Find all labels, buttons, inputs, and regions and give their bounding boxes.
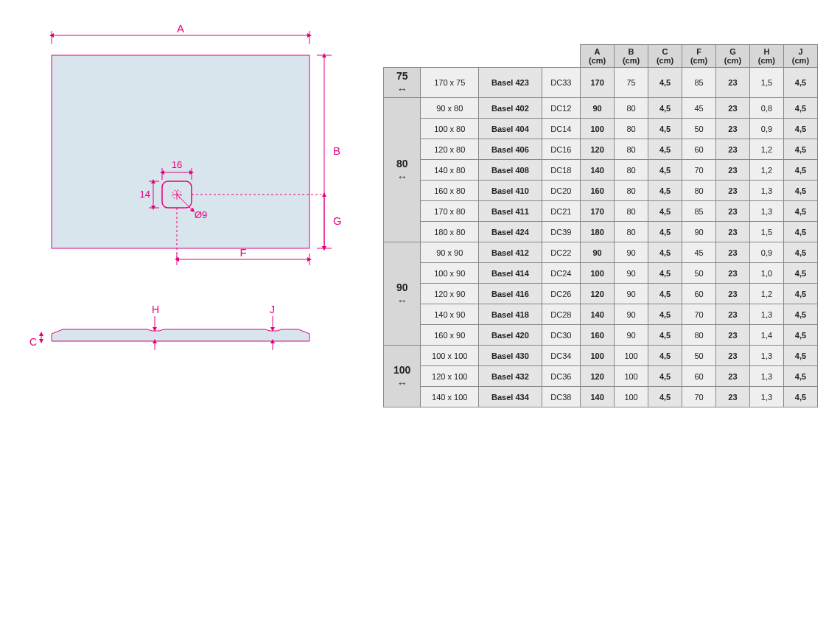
header-spacer: [542, 45, 581, 68]
value-cell: 23: [715, 222, 749, 242]
table-row: 170 x 80Basel 411DC21170804,585231,34,5: [384, 201, 818, 222]
col-header: B(cm): [615, 45, 648, 68]
value-cell: 140: [581, 304, 615, 325]
value-cell: 23: [715, 68, 749, 98]
col-header: G(cm): [715, 45, 749, 68]
value-cell: 1,0: [749, 263, 783, 284]
model-cell: Basel 404: [479, 119, 542, 139]
value-cell: 75: [615, 68, 648, 98]
model-cell: Basel 402: [479, 98, 542, 119]
model-cell: Basel 432: [479, 366, 542, 387]
drawing-svg: A B G F 16: [29, 22, 346, 376]
value-cell: 4,5: [648, 242, 682, 263]
value-cell: 90: [682, 222, 716, 242]
value-cell: 45: [682, 98, 716, 119]
size-cell: 140 x 80: [421, 160, 479, 181]
dim-J: J: [270, 304, 275, 315]
value-cell: 1,3: [749, 201, 783, 222]
value-cell: 160: [581, 325, 615, 346]
value-cell: 23: [715, 119, 749, 139]
value-cell: 0,9: [749, 119, 783, 139]
value-cell: 1,3: [749, 181, 783, 201]
value-cell: 100: [615, 387, 648, 407]
group-cell: 75↔: [384, 68, 421, 98]
value-cell: 1,2: [749, 160, 783, 181]
page: A B G F 16: [0, 0, 840, 630]
value-cell: 1,2: [749, 284, 783, 304]
size-cell: 180 x 80: [421, 222, 479, 242]
size-cell: 140 x 90: [421, 304, 479, 325]
value-cell: 80: [615, 222, 648, 242]
group-cell: 90↔: [384, 242, 421, 346]
value-cell: 180: [581, 222, 615, 242]
value-cell: 4,5: [783, 346, 817, 366]
value-cell: 4,5: [648, 98, 682, 119]
technical-drawing: A B G F 16: [29, 22, 346, 376]
value-cell: 90: [615, 242, 648, 263]
value-cell: 4,5: [783, 284, 817, 304]
size-cell: 90 x 80: [421, 98, 479, 119]
value-cell: 80: [615, 139, 648, 160]
value-cell: 90: [581, 242, 615, 263]
svg-rect-0: [52, 55, 309, 248]
model-cell: Basel 412: [479, 242, 542, 263]
value-cell: 1,2: [749, 139, 783, 160]
code-cell: DC28: [542, 304, 581, 325]
value-cell: 23: [715, 263, 749, 284]
value-cell: 85: [682, 68, 716, 98]
value-cell: 4,5: [783, 242, 817, 263]
value-cell: 23: [715, 325, 749, 346]
value-cell: 50: [682, 119, 716, 139]
value-cell: 80: [615, 119, 648, 139]
value-cell: 23: [715, 304, 749, 325]
value-cell: 4,5: [648, 325, 682, 346]
value-cell: 120: [581, 366, 615, 387]
code-cell: DC14: [542, 119, 581, 139]
value-cell: 140: [581, 160, 615, 181]
value-cell: 4,5: [783, 98, 817, 119]
value-cell: 120: [581, 139, 615, 160]
value-cell: 80: [615, 98, 648, 119]
value-cell: 45: [682, 242, 716, 263]
value-cell: 4,5: [783, 304, 817, 325]
code-cell: DC33: [542, 68, 581, 98]
value-cell: 80: [615, 181, 648, 201]
value-cell: 4,5: [648, 181, 682, 201]
value-cell: 1,3: [749, 387, 783, 407]
table-row: 100 x 90Basel 414DC24100904,550231,04,5: [384, 263, 818, 284]
model-cell: Basel 408: [479, 160, 542, 181]
model-cell: Basel 411: [479, 201, 542, 222]
size-cell: 170 x 80: [421, 201, 479, 222]
dim-H: H: [152, 304, 159, 315]
value-cell: 100: [615, 346, 648, 366]
value-cell: 23: [715, 346, 749, 366]
table-row: 140 x 80Basel 408DC18140804,570231,24,5: [384, 160, 818, 181]
value-cell: 90: [615, 325, 648, 346]
drain-height: 14: [140, 189, 150, 200]
model-cell: Basel 414: [479, 263, 542, 284]
dim-F: F: [239, 246, 246, 259]
value-cell: 80: [615, 160, 648, 181]
value-cell: 1,5: [749, 68, 783, 98]
value-cell: 1,4: [749, 325, 783, 346]
size-cell: 120 x 90: [421, 284, 479, 304]
value-cell: 4,5: [648, 139, 682, 160]
value-cell: 1,3: [749, 304, 783, 325]
dimensions-table: A(cm)B(cm)C(cm)F(cm)G(cm)H(cm)J(cm) 75↔1…: [383, 44, 818, 407]
code-cell: DC39: [542, 222, 581, 242]
model-cell: Basel 406: [479, 139, 542, 160]
model-cell: Basel 420: [479, 325, 542, 346]
value-cell: 4,5: [648, 387, 682, 407]
value-cell: 60: [682, 139, 716, 160]
value-cell: 4,5: [783, 201, 817, 222]
value-cell: 23: [715, 201, 749, 222]
value-cell: 4,5: [648, 304, 682, 325]
value-cell: 4,5: [648, 119, 682, 139]
value-cell: 23: [715, 98, 749, 119]
col-header: C(cm): [648, 45, 682, 68]
table-row: 80↔90 x 80Basel 402DC1290804,545230,84,5: [384, 98, 818, 119]
value-cell: 90: [615, 304, 648, 325]
table-row: 180 x 80Basel 424DC39180804,590231,54,5: [384, 222, 818, 242]
group-cell: 80↔: [384, 98, 421, 242]
model-cell: Basel 423: [479, 68, 542, 98]
